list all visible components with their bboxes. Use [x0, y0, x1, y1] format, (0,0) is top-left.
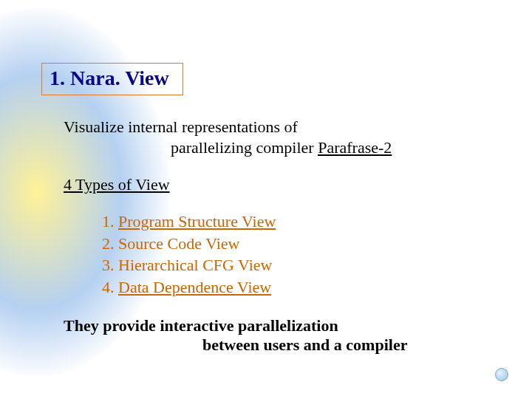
view-item-label[interactable]: Program Structure View	[118, 212, 276, 231]
types-heading: 4 Types of View	[64, 175, 495, 194]
views-list: 1. Program Structure View 2. Source Code…	[64, 211, 495, 299]
view-item-label: Hierarchical CFG View	[118, 256, 272, 274]
view-item-num: 4.	[102, 278, 118, 296]
intro-line-2: parallelizing compiler Parafrase-2	[64, 138, 495, 157]
closing-line-1: They provide interactive parallelization	[64, 316, 495, 335]
view-item-label[interactable]: Data Dependence View	[118, 278, 271, 296]
view-item-num: 3.	[102, 256, 118, 274]
body-section: Visualize internal representations of pa…	[41, 117, 495, 355]
view-item-num: 1.	[102, 212, 118, 231]
view-item-2: 2. Source Code View	[102, 233, 495, 255]
closing-line-2: between users and a compiler	[64, 335, 495, 355]
slide-content: 1. Nara. View Visualize internal represe…	[0, 0, 532, 355]
view-item-4: 4. Data Dependence View	[102, 276, 495, 299]
title-box: 1. Nara. View	[41, 63, 183, 95]
page-indicator-dot	[495, 368, 508, 381]
view-item-3: 3. Hierarchical CFG View	[102, 254, 495, 276]
view-item-num: 2.	[102, 234, 118, 253]
view-item-1: 1. Program Structure View	[102, 211, 495, 233]
parafrase-link[interactable]: Parafrase-2	[318, 138, 392, 157]
intro-line-1: Visualize internal representations of	[64, 117, 495, 137]
view-item-label: Source Code View	[118, 234, 239, 253]
slide-title: 1. Nara. View	[50, 66, 169, 89]
intro-line-2-prefix: parallelizing compiler	[171, 138, 318, 157]
